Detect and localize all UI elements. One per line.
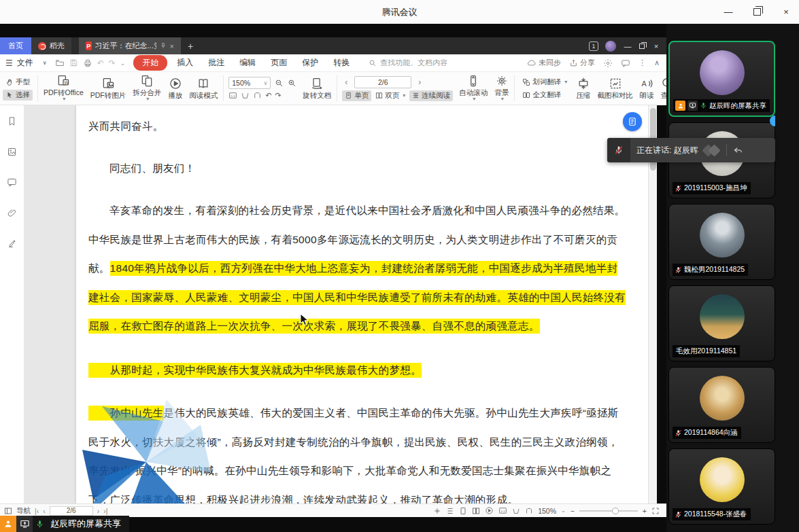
save-icon[interactable]	[69, 58, 78, 67]
page-input[interactable]: 2/6	[354, 76, 411, 88]
restore-button[interactable]	[753, 8, 761, 16]
menu-page[interactable]: 页面	[265, 56, 292, 70]
status-fit-page-icon[interactable]	[525, 507, 533, 515]
menu-convert[interactable]: 转换	[328, 56, 355, 70]
actual-size-icon[interactable]: 1:1	[228, 91, 237, 100]
play-button[interactable]: 播放	[165, 77, 186, 100]
bookmark-icon[interactable]	[7, 116, 17, 126]
zoom-out-icon[interactable]	[275, 79, 284, 88]
fullscreen-icon[interactable]	[651, 507, 660, 515]
zoom-select[interactable]: 150%	[228, 77, 271, 89]
redo-icon[interactable]: ↷	[109, 58, 116, 68]
attachment-icon[interactable]	[7, 208, 17, 218]
collapse-ribbon-icon[interactable]: ∧	[654, 58, 660, 67]
status-play-icon[interactable]	[485, 506, 494, 515]
next-page-button[interactable]: ›	[97, 507, 100, 515]
participant-tile[interactable]: 毛效用2019114851	[668, 285, 775, 361]
rotate-doc-button[interactable]: 旋转文档	[299, 77, 335, 100]
app-restore-button[interactable]	[639, 43, 645, 49]
document-area[interactable]: 兴而共同奋斗。 同志们、朋友们！ 辛亥革命的发生，有着深刻的社会历史背景，是近代…	[24, 105, 657, 503]
tab-docer[interactable]: 稻壳	[31, 37, 71, 54]
compress-button[interactable]: 压缩	[573, 77, 594, 100]
zoom-slider[interactable]	[579, 510, 638, 512]
more-menu-icon[interactable]: ⋮	[639, 58, 646, 67]
tab-document[interactable]: P 习近平：在纪念...党员网.pdf ×	[79, 37, 181, 54]
find-button[interactable]: 查找	[658, 77, 666, 100]
background-button[interactable]: 背景	[491, 74, 512, 103]
print-icon[interactable]	[83, 58, 92, 68]
status-single-page-icon[interactable]	[459, 507, 467, 515]
auto-scroll-button[interactable]: 自动滚动	[456, 74, 491, 103]
participant-tile[interactable]: 2018115548-张盛春	[668, 448, 775, 525]
minimize-button[interactable]: —	[721, 7, 736, 17]
account-avatar[interactable]	[605, 41, 616, 52]
undo-icon[interactable]: ↶	[97, 58, 104, 68]
hand-tool[interactable]: 手型	[3, 77, 33, 88]
status-double-page-icon[interactable]	[472, 507, 480, 515]
app-close-button[interactable]: ×	[651, 42, 661, 50]
stamp-icon[interactable]	[7, 238, 17, 249]
translate-float-button[interactable]	[623, 112, 642, 131]
next-page-icon[interactable]: ›	[415, 77, 424, 87]
toast-mic-cell[interactable]	[607, 138, 630, 162]
menu-start[interactable]: 开始	[133, 55, 167, 71]
new-tab-button[interactable]: +	[181, 37, 200, 54]
word-translate-button[interactable]: 划词翻译	[520, 77, 570, 88]
pin-tab-icon[interactable]	[160, 42, 167, 50]
screen-share-banner[interactable]: 赵辰晖的屏幕共享	[0, 516, 129, 532]
vertical-scrollbar[interactable]	[648, 105, 657, 503]
fit-page-icon[interactable]	[253, 91, 262, 100]
shot-compare-button[interactable]: 截图和对比	[594, 77, 636, 100]
double-page-button[interactable]: 双页	[373, 90, 408, 101]
pdf-to-office-button[interactable]: W PDF转Office	[40, 74, 87, 103]
select-tool[interactable]: 选择	[3, 90, 33, 101]
split-merge-button[interactable]: 拆分合并	[129, 74, 165, 103]
single-page-button[interactable]: 单页	[342, 90, 371, 101]
comment-icon[interactable]	[7, 177, 17, 188]
status-zoom-value[interactable]: 150%	[538, 507, 556, 515]
menu-edit[interactable]: 编辑	[234, 56, 261, 70]
feedback-bubble-icon[interactable]	[621, 58, 630, 68]
participant-tile[interactable]: 魏松男2019114825	[668, 204, 775, 280]
nav-label[interactable]: 导航	[16, 506, 31, 516]
menu-file[interactable]: 文件	[17, 56, 39, 70]
search-box[interactable]: 查找功能、文档内容	[369, 58, 447, 68]
notification-badge[interactable]: 1	[589, 41, 598, 51]
open-folder-icon[interactable]	[55, 58, 65, 68]
participant-tile-presenter[interactable]: 赵辰晖的屏幕共享	[668, 41, 775, 117]
sync-status[interactable]: 未同步	[527, 58, 561, 68]
settings-gear-icon[interactable]	[603, 58, 613, 68]
status-zoom-caret[interactable]: ⌄	[561, 508, 566, 514]
tab-home[interactable]: 首页	[0, 37, 31, 54]
fit-width-icon[interactable]	[241, 91, 250, 100]
full-translate-button[interactable]: 全文翻译	[520, 90, 570, 101]
hamburger-icon[interactable]: ☰	[5, 58, 13, 68]
status-actual-size-icon[interactable]: 1:1	[498, 506, 507, 515]
more-caret-icon[interactable]: ⌄	[120, 60, 126, 67]
share-button[interactable]: 分享	[569, 58, 595, 68]
menu-insert[interactable]: 插入	[171, 56, 199, 70]
rotate-left-icon[interactable]: ↶	[265, 91, 271, 100]
pdf-to-image-button[interactable]: PDF转图片	[87, 77, 130, 100]
zoom-slider-knob[interactable]	[612, 508, 619, 514]
status-page-input[interactable]: 2/6	[50, 506, 93, 516]
zoom-in-icon[interactable]	[288, 79, 296, 88]
status-continuous-icon[interactable]	[446, 507, 454, 515]
file-dropdown-icon[interactable]: ∨	[43, 60, 47, 66]
prev-page-button[interactable]: ‹	[43, 507, 46, 515]
close-tab-icon[interactable]: ×	[170, 42, 174, 50]
continuous-read-button[interactable]: 连续阅读	[409, 90, 453, 101]
zoom-in-button[interactable]: +	[643, 507, 647, 515]
first-page-button[interactable]: |‹	[35, 507, 39, 515]
last-page-button[interactable]: ›|	[103, 507, 107, 515]
rotate-right-icon[interactable]: ↷	[275, 91, 281, 100]
zoom-out-button[interactable]: −	[571, 507, 575, 515]
participant-tile[interactable]: 2019114864向涵	[668, 367, 775, 443]
menu-protect[interactable]: 保护	[296, 56, 324, 70]
menu-annotate[interactable]: 批注	[203, 56, 230, 70]
reply-arrow-icon[interactable]	[733, 145, 743, 156]
thumbnail-icon[interactable]	[7, 147, 17, 157]
status-background-icon[interactable]	[433, 507, 441, 515]
read-aloud-button[interactable]: A 朗读	[636, 77, 658, 100]
nav-panel-icon[interactable]	[4, 507, 12, 515]
